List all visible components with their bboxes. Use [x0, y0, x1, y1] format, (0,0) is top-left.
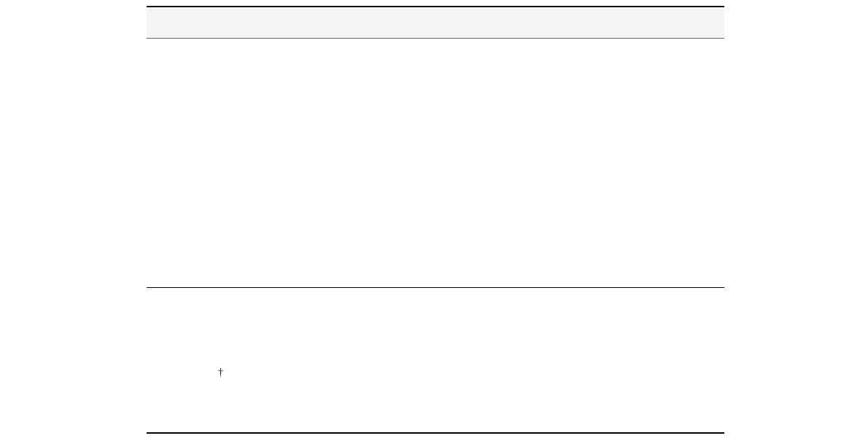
- dagger-symbol: †: [218, 367, 223, 378]
- second-table-top-border: [147, 432, 724, 434]
- table-header-band: [147, 9, 724, 39]
- page-content: †: [147, 6, 724, 434]
- table-top-border: [147, 6, 724, 7]
- table-bottom-rule: [147, 287, 724, 288]
- footnote-row: †: [147, 367, 724, 380]
